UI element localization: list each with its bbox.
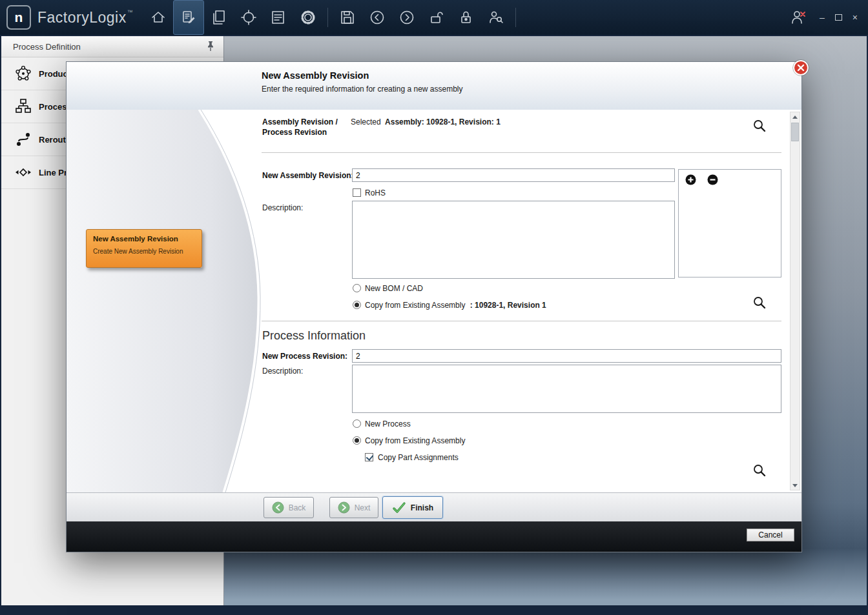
search-assembly-icon[interactable] [752,119,767,135]
remove-icon[interactable] [707,174,718,187]
dialog-header: New Assembly Revision Enter the required… [67,62,801,110]
new-assembly-revision-label: New Assembly Revision: [262,171,354,180]
rohs-label: RoHS [365,188,386,197]
add-icon[interactable] [685,174,696,187]
copy-existing-assembly-radio[interactable] [353,301,361,309]
dialog-body: New Assembly Revision Create New Assembl… [67,110,801,492]
copy-part-assignments-checkbox[interactable] [365,453,373,461]
settings-gear-icon[interactable] [293,1,323,34]
maximize-button[interactable] [835,14,842,21]
home-icon[interactable] [143,1,173,34]
logo-letter: n [15,10,23,25]
wizard-steps-panel: New Assembly Revision Create New Assembl… [67,110,267,492]
scrollbar-thumb[interactable] [791,123,799,141]
next-button[interactable]: Next [329,497,378,518]
target-icon[interactable] [234,1,264,34]
dialog-title: New Assembly Revision [262,70,369,81]
unlock-icon[interactable] [422,1,451,34]
selected-prefix: Selected [351,117,381,126]
selected-assembly-text: Selected Assembly: 10928-1, Revision: 1 [351,117,501,126]
new-assembly-revision-input[interactable] [352,168,675,182]
up-arrow-icon [792,116,798,119]
revision-list-panel [678,169,781,277]
new-process-label: New Process [365,419,411,428]
next-arrow-icon [338,501,350,514]
scroll-up-button[interactable] [790,112,800,121]
sidebar-item-label: Produc [39,69,68,79]
section-divider [262,321,781,321]
back-circle-icon[interactable] [362,1,392,34]
reroute-icon [14,130,32,148]
scroll-down-button[interactable] [790,481,800,490]
documents-icon[interactable] [204,1,234,34]
trademark: ™ [127,9,134,15]
forward-circle-icon[interactable] [392,1,422,34]
process-icon [14,97,32,116]
new-assembly-revision-dialog: New Assembly Revision Enter the required… [67,62,801,552]
new-process-radio[interactable] [353,419,361,428]
user-logout-icon[interactable] [787,1,809,34]
new-process-revision-label: New Process Revision: [262,352,347,361]
titlebar-right: – × [787,1,868,34]
sidebar-item-label: Line Pr [39,168,67,177]
copy-assembly-value: : 10928-1, Revision 1 [470,301,546,310]
panel-title: Process Definition [13,42,81,52]
assembly-revision-label-line2: Process Revision [262,128,327,137]
edit-document-icon[interactable] [173,0,204,35]
pin-icon[interactable] [205,40,216,54]
dialog-button-bar: Back Next Finish [67,492,801,522]
dialog-subtitle: Enter the required information for creat… [262,85,463,94]
rohs-checkbox[interactable] [353,188,361,197]
dialog-footer: Cancel [67,521,801,552]
process-description-label: Description: [262,367,303,376]
dialog-form: Assembly Revision / Process Revision Sel… [262,110,781,492]
dialog-close-icon[interactable] [792,59,809,76]
copy-existing-assembly-label: Copy from Existing Assembly : 10928-1, R… [365,301,546,310]
selected-assembly-value: Assembly: 10928-1, Revision: 1 [385,117,501,126]
copy-existing-process-label: Copy from Existing Assembly [365,436,465,445]
minimize-button[interactable]: – [820,13,825,22]
cancel-button[interactable]: Cancel [747,529,794,541]
process-description-input[interactable] [352,365,781,413]
toolbar-separator [327,8,328,27]
toolbar-separator [515,8,516,27]
lock-icon[interactable] [451,1,481,34]
copy-existing-process-radio[interactable] [353,436,361,445]
panel-header: Process Definition [1,36,223,57]
sidebar-item-label: Proces [39,102,67,112]
back-arrow-icon [272,501,284,514]
next-button-label: Next [355,503,371,512]
app-logo-icon: n [6,5,31,30]
down-arrow-icon [792,484,798,487]
section-divider [262,152,781,153]
app-window: n FactoryLogix™ [0,0,868,615]
revision-list-ops [679,170,781,187]
copy-part-assignments-label: Copy Part Assignments [378,453,459,462]
app-name: FactoryLogix™ [37,9,133,26]
copy-label-text: Copy from Existing Assembly [365,301,465,310]
main-toolbar [143,0,521,35]
line-process-icon [14,163,32,181]
back-button[interactable]: Back [264,497,314,518]
finish-button[interactable]: Finish [382,496,443,519]
assembly-description-input[interactable] [352,201,675,279]
assembly-description-label: Description: [262,203,303,212]
save-icon[interactable] [333,1,362,34]
close-window-button[interactable]: × [852,13,858,22]
titlebar: n FactoryLogix™ [0,0,868,35]
sidebar-item-label: Rerout [39,135,66,145]
search-process-icon[interactable] [752,463,767,479]
process-information-heading: Process Information [262,329,366,343]
new-process-revision-input[interactable] [352,349,781,363]
report-icon[interactable] [264,1,293,34]
scrollbar[interactable] [790,112,800,490]
back-button-label: Back [289,503,306,512]
search-copy-assembly-icon[interactable] [752,296,767,312]
wizard-current-step: New Assembly Revision Create New Assembl… [86,229,202,268]
assembly-revision-label-line1: Assembly Revision / [262,117,338,126]
finish-button-label: Finish [411,503,433,512]
new-bom-cad-radio[interactable] [353,284,361,292]
new-bom-cad-label: New BOM / CAD [365,284,423,293]
user-search-icon[interactable] [481,1,511,34]
step-title: New Assembly Revision [93,235,195,243]
